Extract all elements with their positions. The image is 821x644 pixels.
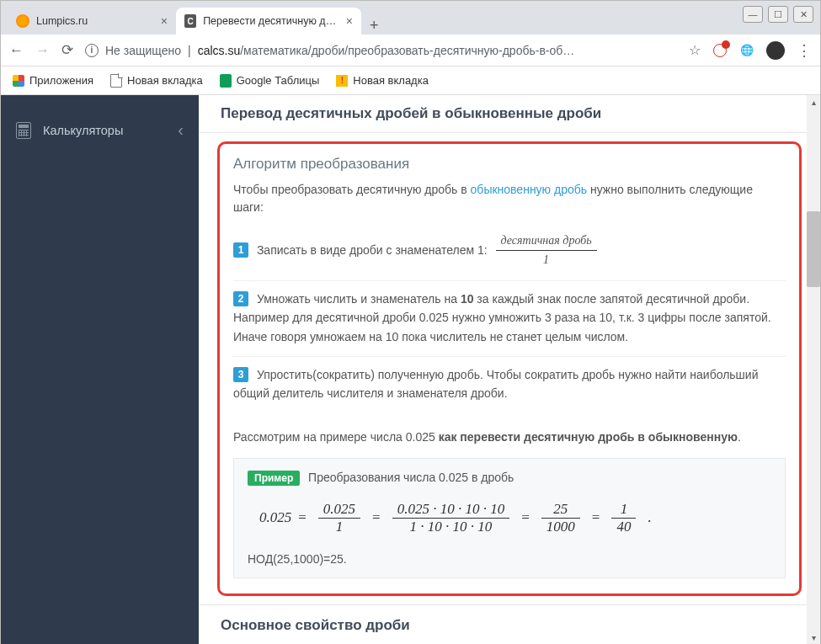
tab-close-icon[interactable]: × <box>346 14 353 28</box>
bookmark-sheets[interactable]: Google Таблицы <box>220 74 320 88</box>
extension-icon-1[interactable] <box>712 43 728 58</box>
bookmark-newtab-1[interactable]: Новая вкладка <box>110 74 203 88</box>
scroll-up-arrow[interactable]: ▴ <box>807 95 820 109</box>
intro-text: Чтобы преобразовать десятичную дробь в о… <box>233 181 786 216</box>
scrollbar-thumb[interactable] <box>807 211 820 287</box>
tab-close-icon[interactable]: × <box>161 14 168 28</box>
extension-icon-2[interactable]: 🌐 <box>739 43 754 58</box>
algorithm-section: Алгоритм преобразования Чтобы преобразов… <box>217 141 802 596</box>
vertical-scrollbar[interactable]: ▴ ▾ <box>807 95 820 644</box>
profile-avatar[interactable] <box>766 41 785 60</box>
step-number: 2 <box>233 291 248 306</box>
maximize-button[interactable]: ☐ <box>768 6 788 23</box>
reload-button[interactable] <box>61 41 73 59</box>
calcs-favicon-icon: C <box>184 14 196 28</box>
new-tab-button[interactable]: + <box>361 17 387 35</box>
url-domain: calcs.su <box>198 44 241 57</box>
lumpics-favicon-icon <box>16 14 29 28</box>
bookmark-star-icon[interactable]: ☆ <box>689 42 701 58</box>
site-info-icon[interactable]: i <box>85 44 99 57</box>
sidebar: Калькуляторы <box>1 95 199 644</box>
tab-strip: Lumpics.ru × C Перевести десятичную дроб… <box>1 1 820 35</box>
tab-title: Lumpics.ru <box>36 15 88 27</box>
not-secure-label: Не защищено <box>105 44 181 57</box>
close-button[interactable]: ✕ <box>793 6 813 23</box>
step-number: 1 <box>233 242 248 258</box>
address-bar: i Не защищено | calcs.su/математика/дроб… <box>1 35 820 67</box>
apps-icon <box>13 75 24 87</box>
url-path: /математика/дроби/преобразовать-десятичн… <box>240 44 574 57</box>
back-button[interactable] <box>9 42 24 59</box>
step-1: 1 Записать в виде дроби с знаменателем 1… <box>233 232 786 281</box>
tab-lumpics[interactable]: Lumpics.ru × <box>8 8 176 35</box>
math-equation: 0.025 = 0.0251 = 0.025 · 10 · 10 · 101 ·… <box>248 486 771 547</box>
url-field[interactable]: i Не защищено | calcs.su/математика/дроб… <box>85 44 677 57</box>
section-heading-property: Основное свойство дроби <box>199 604 820 642</box>
common-fraction-link[interactable]: обыкновенную дробь <box>471 183 587 196</box>
chevron-left-icon <box>178 120 184 140</box>
algorithm-heading: Алгоритм преобразования <box>233 156 786 173</box>
example-box: Пример Преобразования числа 0.025 в дроб… <box>233 458 786 578</box>
minimize-button[interactable]: — <box>743 6 763 23</box>
warning-icon: ! <box>336 75 348 87</box>
sheets-icon <box>220 74 232 88</box>
tab-title: Перевести десятичную дробь в <box>203 15 339 27</box>
gcd-text: НОД(25,1000)=25. <box>248 552 771 566</box>
calculator-icon <box>16 122 31 139</box>
example-badge: Пример <box>248 471 300 486</box>
example-label: Преобразования числа 0.025 в дробь <box>308 471 514 484</box>
apps-shortcut[interactable]: Приложения <box>13 74 93 87</box>
browser-menu-button[interactable] <box>797 41 812 60</box>
step-3: 3 Упростить(сократить) полученную дробь.… <box>233 365 786 413</box>
fraction-notation: десятичная дробь 1 <box>496 232 597 270</box>
window-controls: — ☐ ✕ <box>743 6 813 23</box>
bookmark-newtab-2[interactable]: ! Новая вкладка <box>336 74 429 87</box>
page-title: Перевод десятичных дробей в обыкновенные… <box>199 95 820 133</box>
forward-button[interactable] <box>35 42 50 59</box>
sidebar-label: Калькуляторы <box>43 124 123 137</box>
step-2: 2 Умножать числить и знаменатель на 10 з… <box>233 290 786 357</box>
sidebar-item-calculators[interactable]: Калькуляторы <box>1 112 199 148</box>
tab-calcs[interactable]: C Перевести десятичную дробь в × <box>176 8 361 35</box>
bookmarks-bar: Приложения Новая вкладка Google Таблицы … <box>1 67 820 95</box>
main-content: Перевод десятичных дробей в обыкновенные… <box>199 95 820 644</box>
step-number: 3 <box>233 367 248 382</box>
scroll-down-arrow[interactable]: ▾ <box>807 631 820 644</box>
file-icon <box>110 74 122 88</box>
example-intro: Рассмотрим на примере числа 0.025 как пе… <box>233 428 786 446</box>
